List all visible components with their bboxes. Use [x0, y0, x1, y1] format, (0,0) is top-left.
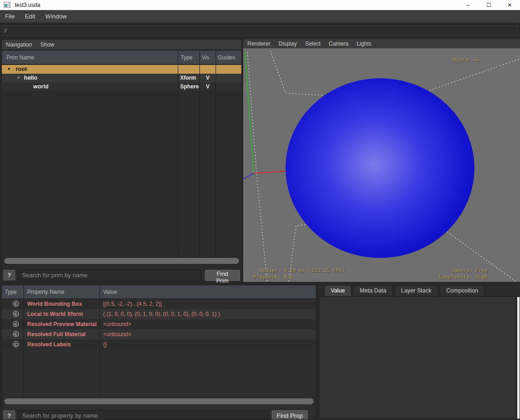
property-panel: Type Property Name Value C World Boundin…: [1, 284, 316, 420]
property-row[interactable]: C Resolved Labels {}: [2, 339, 316, 350]
app-icon: [4, 2, 11, 8]
property-row[interactable]: C Resolved Preview Material <unbound>: [2, 319, 316, 329]
property-hscrollbar[interactable]: [3, 398, 315, 405]
property-name: World Bounding Box: [27, 299, 82, 309]
property-value: ( (1, 0, 0, 0), (0, 1, 0, 0), (0, 0, 1, …: [103, 309, 220, 319]
computed-icon: C: [13, 321, 19, 327]
y-axis: [245, 52, 254, 173]
column-divider: [178, 50, 178, 257]
hud-camera-stats: Camera: FreeComplexity: High: [439, 268, 488, 280]
viewport-render: [243, 48, 520, 282]
prim-search-row: ? Find Prim: [3, 269, 240, 281]
z-axis: [243, 173, 254, 179]
prim-vis[interactable]: V: [200, 74, 216, 82]
prim-vis[interactable]: V: [200, 82, 216, 91]
close-icon[interactable]: ✕: [499, 0, 520, 10]
outliner-menubar: Navigation Show: [2, 40, 241, 50]
prim-search-help-button[interactable]: ?: [3, 270, 15, 280]
computed-icon: C: [13, 301, 19, 307]
property-search-row: ? Find Prop: [3, 410, 315, 420]
property-name: Local to World Xform: [27, 309, 83, 319]
hud-render-stats: Render: 4.69 ms (213.25 FPS)Playback: N/…: [253, 268, 345, 280]
property-name: Resolved Preview Material: [27, 319, 97, 329]
hud-playback-line: Playback: N/A: [253, 274, 293, 280]
prim-search-input[interactable]: [18, 270, 201, 280]
prim-path-field[interactable]: /: [1, 25, 519, 36]
col-vis[interactable]: Vis: [202, 51, 209, 65]
menu-show[interactable]: Show: [36, 41, 58, 48]
property-value: <unbound>: [103, 319, 131, 329]
col-value[interactable]: Value: [103, 286, 117, 299]
computed-icon: C: [13, 331, 19, 337]
col-type[interactable]: Type: [5, 286, 17, 299]
prim-name: world: [33, 82, 48, 91]
menu-edit[interactable]: Edit: [20, 10, 40, 23]
tab-meta-data[interactable]: Meta Data: [353, 285, 393, 295]
prim-outliner-panel: Navigation Show Prim Name Type Vis Guide…: [1, 39, 242, 282]
property-name: Resolved Full Material: [27, 329, 86, 339]
property-search-help-button[interactable]: ?: [3, 410, 15, 420]
column-divider: [216, 50, 216, 257]
menu-window[interactable]: Window: [40, 10, 71, 23]
tab-value[interactable]: Value: [324, 285, 351, 296]
find-prim-button[interactable]: Find Prim: [205, 270, 240, 281]
maximize-icon[interactable]: ☐: [479, 0, 499, 10]
prim-tree: ▼ root ▼ hello Xform V world Sphere V: [2, 65, 241, 257]
property-name: Resolved Labels: [27, 339, 71, 350]
viewport-canvas[interactable]: Hydra: GL Render: 4.69 ms (213.25 FPS)Pl…: [243, 48, 520, 282]
tree-row-root[interactable]: ▼ root: [2, 65, 241, 74]
tree-row-hello[interactable]: ▼ hello Xform V: [2, 74, 241, 82]
menu-select[interactable]: Select: [301, 41, 324, 47]
prim-type: [180, 65, 200, 74]
tree-header: Prim Name Type Vis Guides: [2, 50, 241, 64]
property-row[interactable]: C World Bounding Box [(0.5, -2, -2)...(4…: [2, 299, 316, 309]
property-value: [(0.5, -2, -2)...(4.5, 2, 2)]: [103, 299, 162, 309]
usdview-window: test3.usda – ☐ ✕ File Edit Window / Navi…: [0, 0, 520, 420]
viewport-menubar: Renderer Display Select Camera Lights: [243, 39, 520, 48]
window-title: test3.usda: [15, 2, 40, 8]
hud-renderer: Hydra: GL: [453, 57, 480, 63]
value-inspector-panel: Value Meta Data Layer Stack Composition: [318, 284, 520, 420]
window-controls: – ☐ ✕: [458, 0, 520, 10]
col-guides[interactable]: Guides: [218, 51, 235, 65]
property-search-input[interactable]: [18, 410, 268, 420]
sphere-prim[interactable]: [286, 78, 474, 258]
scrollbar-thumb[interactable]: [4, 398, 314, 404]
prim-type: Sphere: [180, 82, 200, 91]
prim-type: Xform: [180, 74, 200, 82]
menu-camera[interactable]: Camera: [325, 41, 353, 47]
tree-row-world[interactable]: world Sphere V: [2, 82, 241, 91]
tab-composition[interactable]: Composition: [440, 285, 485, 295]
computed-icon: C: [13, 341, 19, 347]
menu-renderer[interactable]: Renderer: [243, 41, 275, 47]
menu-display[interactable]: Display: [275, 41, 301, 47]
property-header: Type Property Name Value: [2, 286, 316, 299]
col-prim-name[interactable]: Prim Name: [6, 51, 34, 65]
inspector-tabbar: Value Meta Data Layer Stack Composition: [324, 285, 485, 296]
expander-icon[interactable]: ▼: [7, 65, 11, 74]
find-prop-button[interactable]: Find Prop: [272, 410, 308, 420]
property-value: {}: [103, 339, 107, 350]
outliner-hscrollbar[interactable]: [3, 257, 240, 264]
menu-lights[interactable]: Lights: [352, 41, 375, 47]
column-divider: [23, 286, 24, 398]
col-type[interactable]: Type: [181, 51, 193, 65]
property-row[interactable]: C Resolved Full Material <unbound>: [2, 329, 316, 339]
minimize-icon[interactable]: –: [458, 0, 479, 10]
expander-icon[interactable]: ▼: [17, 74, 21, 82]
col-property-name[interactable]: Property Name: [27, 286, 64, 299]
column-divider: [99, 286, 100, 398]
column-divider: [199, 50, 200, 257]
menubar: File Edit Window: [0, 10, 520, 23]
inspector-vscrollbar[interactable]: [517, 297, 520, 419]
scrollbar-thumb[interactable]: [4, 258, 239, 264]
inspector-content: [319, 296, 517, 419]
hud-complexity-line: Complexity: High: [439, 274, 488, 280]
prim-name: root: [16, 65, 27, 74]
tab-layer-stack[interactable]: Layer Stack: [395, 285, 438, 295]
property-row[interactable]: C Local to World Xform ( (1, 0, 0, 0), (…: [2, 309, 316, 319]
menu-file[interactable]: File: [0, 10, 20, 23]
prim-vis[interactable]: [200, 65, 216, 74]
prim-name: hello: [24, 74, 37, 82]
menu-navigation[interactable]: Navigation: [2, 41, 36, 48]
